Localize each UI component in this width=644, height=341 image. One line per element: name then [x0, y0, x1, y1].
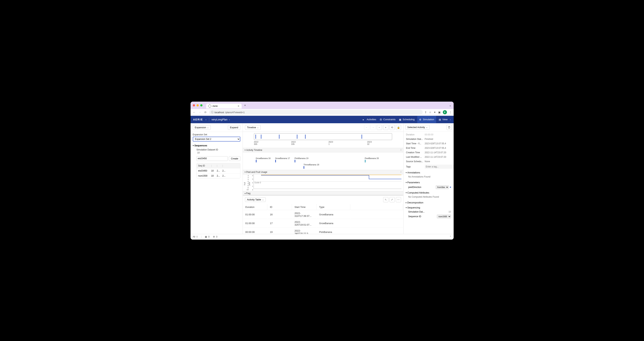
- collapse-button[interactable]: ⤡: [383, 197, 388, 202]
- tab-favicon: [208, 104, 212, 108]
- sequence-id-input[interactable]: [196, 156, 228, 161]
- status-bar: All 0 | ▦ 0 ⚙ 0 ⌃: [190, 234, 454, 240]
- sequence-row[interactable]: rson1500102...2...: [197, 174, 240, 178]
- chevron-down-icon: ▾: [406, 182, 407, 184]
- chevron-down-icon: ▾: [406, 192, 407, 194]
- profile-avatar[interactable]: E: [443, 110, 447, 114]
- table-row[interactable]: 01:00:00162022-310T17:39:37...GrowBanana: [243, 210, 403, 219]
- site-info-icon[interactable]: ⓘ: [211, 110, 214, 114]
- chart-plot-area[interactable]: Guide 0: [254, 174, 402, 189]
- plan-name-label: veryLongPlan: [212, 118, 228, 121]
- zoom-out-button[interactable]: −: [377, 125, 382, 130]
- status-errors[interactable]: ⚙ 0: [213, 236, 218, 238]
- bookmark-icon[interactable]: ☆: [429, 111, 432, 114]
- nav-forward-icon[interactable]: →: [198, 111, 202, 114]
- expand-status-icon[interactable]: ⌃: [450, 236, 452, 238]
- seq-dataset-label: Simulation Dat...: [408, 210, 448, 213]
- nav-constraints[interactable]: ⦿Constraints: [380, 118, 396, 121]
- annotations-empty: No Annotations Found: [404, 175, 454, 180]
- nav-view[interactable]: ▤View⌄: [439, 118, 451, 121]
- app-menu-chevron-icon[interactable]: ⌄: [205, 118, 207, 121]
- close-tab-icon[interactable]: ✕: [238, 105, 240, 108]
- create-sequence-button[interactable]: Create: [229, 156, 240, 161]
- activity-item[interactable]: PeelBanana 20: [365, 157, 379, 162]
- activity-item[interactable]: ThrowBanana 18: [304, 164, 319, 169]
- sequences-section-header[interactable]: ▾Sequences: [190, 143, 242, 148]
- expand-button[interactable]: ⤢: [390, 197, 395, 202]
- timeline-back-button[interactable]: ←: [364, 125, 369, 130]
- tabs-overflow-icon[interactable]: ⌄: [449, 104, 452, 107]
- activity-timeline-header[interactable]: ▾Activity Timeline⠿: [243, 148, 403, 152]
- activity-timeline-row[interactable]: GrowBanana 16GrowBanana 17PickBanana 19T…: [248, 152, 398, 170]
- delete-button[interactable]: [446, 125, 452, 130]
- app-header: AERIE ⌄ veryLongPlan ⌄ ▸Activities ⦿Cons…: [190, 116, 454, 123]
- col-type[interactable]: Type: [317, 204, 350, 210]
- guide-0-line[interactable]: Guide 0: [254, 182, 402, 184]
- nav-back-icon[interactable]: ←: [192, 111, 196, 114]
- decomposition-section[interactable]: ▸Decomposition: [404, 200, 454, 205]
- browser-tab[interactable]: Aerie ✕: [206, 104, 242, 108]
- extensions-icon[interactable]: ✦: [434, 111, 436, 114]
- browser-menu-icon[interactable]: ⋮: [449, 111, 452, 114]
- plan-selector[interactable]: veryLongPlan ⌄: [212, 118, 230, 121]
- drag-handle-icon[interactable]: ⠿: [400, 171, 402, 174]
- right-panel-selector[interactable]: Selected Activity ⌄: [405, 125, 430, 130]
- window-zoom-icon[interactable]: [200, 104, 202, 106]
- seq-id-header: Seq ID: [198, 164, 211, 167]
- tab-title: Aerie: [212, 105, 218, 108]
- timeline-forward-button[interactable]: →: [370, 125, 376, 130]
- activity-item[interactable]: PickBanana 19: [294, 157, 308, 162]
- app-logo[interactable]: AERIE: [193, 118, 203, 121]
- url-input[interactable]: ⓘ localhost/plans/4?viewId=1: [209, 110, 423, 115]
- sequencing-section[interactable]: ▾Sequencing: [404, 205, 454, 210]
- chevron-down-icon: ⌄: [450, 118, 451, 120]
- axis-tick: 202332: [367, 141, 372, 145]
- nav-reload-icon[interactable]: ⟳: [204, 111, 207, 114]
- col-duration[interactable]: Duration: [243, 204, 267, 210]
- peel-fruit-header[interactable]: ▾Peel and Fruit Usage⠿: [243, 170, 403, 174]
- chevron-right-icon: ▸: [406, 202, 407, 204]
- panel-icon[interactable]: ▣: [438, 111, 440, 114]
- axis-tick: 2022305: [254, 141, 258, 145]
- computed-attrs-section[interactable]: ▾Computed Attributes: [404, 190, 454, 195]
- annotations-section[interactable]: ▾Annotations: [404, 170, 454, 175]
- table-panel-selector[interactable]: Activity Table ⌄: [245, 197, 266, 202]
- nav-scheduling[interactable]: ▦Scheduling: [399, 118, 415, 121]
- col-start[interactable]: Start Time: [292, 204, 316, 210]
- new-tab-button[interactable]: +: [244, 104, 246, 107]
- param-modified-icon: [450, 187, 451, 188]
- parameters-section[interactable]: ▾Parameters: [404, 180, 454, 184]
- activity-item[interactable]: GrowBanana 17: [275, 157, 290, 162]
- refresh-button[interactable]: ⟲: [390, 125, 395, 130]
- lock-button[interactable]: 🔒: [396, 125, 401, 130]
- sim-dataset-id-label: Simulation Dataset ID: [190, 148, 242, 152]
- table-row[interactable]: 01:00:00172022-325T19:01:07...GrowBanana: [243, 219, 403, 228]
- table-row[interactable]: 00:00:00192022-340T20:22:3...PickBanana: [243, 228, 403, 234]
- timeline-minimap[interactable]: [254, 133, 392, 140]
- more-button[interactable]: ⋯: [396, 197, 401, 202]
- tags-input[interactable]: [425, 165, 454, 169]
- center-panel-selector[interactable]: Timeline ⌄: [245, 125, 261, 130]
- param-value-select[interactable]: fromStem: [436, 185, 449, 189]
- left-panel-selector[interactable]: Expansion ⌄: [193, 125, 211, 130]
- flag-row-header[interactable]: ▾ Flag: [243, 191, 403, 196]
- status-calendar[interactable]: ▦ 0: [205, 236, 210, 238]
- window-close-icon[interactable]: [193, 104, 195, 106]
- activity-item[interactable]: GrowBanana 16: [256, 157, 271, 162]
- peel-line-1: [261, 175, 369, 176]
- drag-handle-icon[interactable]: ⠿: [400, 149, 402, 152]
- window-minimize-icon[interactable]: [196, 104, 199, 106]
- share-icon[interactable]: ⇪: [424, 111, 427, 114]
- col-id[interactable]: ID: [268, 204, 292, 210]
- nav-simulation[interactable]: ⚙Simulation: [417, 116, 436, 123]
- nav-activities[interactable]: ▸Activities: [363, 118, 376, 121]
- status-all[interactable]: All 0: [193, 236, 198, 238]
- sequence-id-select[interactable]: rson1500: [437, 214, 451, 218]
- expansion-set-select[interactable]: Expansion Set 2: [193, 137, 240, 142]
- peel-step: [369, 175, 369, 179]
- zoom-in-button[interactable]: +: [383, 125, 388, 130]
- property-row: Source Schedu...None: [404, 159, 454, 164]
- axis-tick: 20231: [328, 141, 333, 145]
- sequence-row[interactable]: eis03450102...2...: [197, 168, 240, 174]
- expand-button[interactable]: Expand: [228, 125, 240, 130]
